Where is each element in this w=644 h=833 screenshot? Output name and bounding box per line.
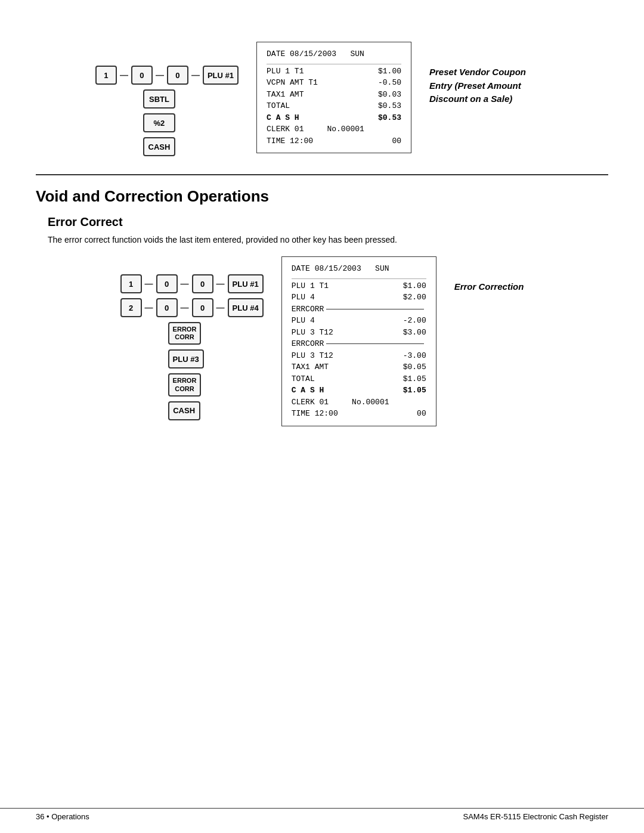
key-b-plu1[interactable]: PLU #1: [228, 274, 264, 293]
top-key-row-pct2: %2: [143, 113, 175, 132]
connector-b4: —: [145, 303, 153, 312]
receipt-bottom: DATE 08/15/2003 SUN PLU 1 T1$1.00 PLU 4$…: [281, 256, 436, 426]
connector-b2: —: [181, 279, 189, 289]
key-sbtl[interactable]: SBTL: [143, 89, 175, 109]
footer-right: SAM4s ER-5115 Electronic Cash Register: [463, 812, 609, 821]
top-key-row1: 1 — 0 — 0 — PLU #1: [95, 66, 239, 85]
connector-b5: —: [181, 303, 189, 312]
r2-tax1: TAX1 AMT$0.05: [292, 361, 426, 373]
key-1[interactable]: 1: [95, 66, 117, 85]
receipt-cash: C A S H$0.53: [267, 112, 401, 124]
key-b-0a[interactable]: 0: [156, 274, 178, 293]
r2-clerk: CLERK 01 No.00001: [292, 397, 426, 408]
key-errcorr1[interactable]: ERRORCORR: [168, 322, 202, 345]
key-b-2[interactable]: 2: [120, 298, 142, 317]
key-plu1[interactable]: PLU #1: [203, 66, 239, 85]
bottom-key-row-plu3: PLU #3: [168, 349, 204, 368]
key-cash-top[interactable]: CASH: [143, 137, 175, 156]
bottom-key-row-errcorr1: ERRORCORR: [168, 322, 202, 345]
connector-b6: —: [216, 303, 225, 312]
key-b-1[interactable]: 1: [120, 274, 142, 293]
key-cash-bottom[interactable]: CASH: [168, 401, 200, 420]
bottom-section: 1 — 0 — 0 — PLU #1 2 — 0 — 0 — PLU #4 ER…: [36, 256, 608, 426]
receipt-date: DATE 08/15/2003 SUN: [267, 48, 401, 60]
key-pct2[interactable]: %2: [143, 113, 175, 132]
key-b-0b[interactable]: 0: [192, 274, 213, 293]
footer-left: 36 • Operations: [36, 812, 89, 821]
r2-plu3t12a: PLU 3 T12$3.00: [292, 327, 426, 339]
key-b-plu4[interactable]: PLU #4: [228, 298, 264, 317]
section-desc: The error correct function voids the las…: [48, 235, 608, 244]
key-errcorr2[interactable]: ERRORCORR: [168, 373, 202, 396]
key-plu3[interactable]: PLU #3: [168, 349, 204, 368]
bottom-key-row1: 1 — 0 — 0 — PLU #1: [120, 274, 264, 293]
bottom-keypad: 1 — 0 — 0 — PLU #1 2 — 0 — 0 — PLU #4 ER…: [120, 274, 264, 420]
subsection-title: Error Correct: [48, 215, 608, 229]
r2-plu3t12b: PLU 3 T12-3.00: [292, 350, 426, 362]
top-key-row-sbtl: SBTL: [143, 89, 175, 109]
key-0a[interactable]: 0: [131, 66, 153, 85]
top-key-row-cash: CASH: [143, 137, 175, 156]
connector-b1: —: [145, 279, 153, 289]
key-0b[interactable]: 0: [167, 66, 188, 85]
r2-plu4a: PLU 4$2.00: [292, 292, 426, 304]
top-keypad: 1 — 0 — 0 — PLU #1 SBTL %2 CASH: [95, 66, 239, 156]
bottom-key-row-errcorr2: ERRORCORR: [168, 373, 202, 396]
footer: 36 • Operations SAM4s ER-5115 Electronic…: [0, 808, 644, 821]
receipt2-date: DATE 08/15/2003 SUN: [292, 263, 426, 275]
receipt-tax1: TAX1 AMT$0.03: [267, 89, 401, 101]
r2-errcorr2: ERRCORR: [292, 338, 426, 350]
receipt-plu1t1: PLU 1 T1$1.00: [267, 66, 401, 78]
key-b-0d[interactable]: 0: [192, 298, 213, 317]
receipt-total: TOTAL$0.53: [267, 100, 401, 112]
key-b-0c[interactable]: 0: [156, 298, 178, 317]
r2-total: TOTAL$1.05: [292, 373, 426, 385]
bottom-side-label: Error Correction: [454, 280, 524, 294]
receipt-top: DATE 08/15/2003 SUN PLU 1 T1$1.00 VCPN A…: [256, 42, 411, 153]
top-section: 1 — 0 — 0 — PLU #1 SBTL %2 CASH DATE 08/…: [36, 42, 608, 156]
connector3: —: [191, 70, 200, 80]
r2-errcorr1: ERRCORR: [292, 304, 426, 315]
section-divider: [36, 174, 608, 175]
bottom-key-row-cash: CASH: [168, 401, 200, 420]
receipt-clerk: CLERK 01 No.00001: [267, 123, 401, 135]
r2-cash: C A S H$1.05: [292, 385, 426, 397]
receipt-time: TIME 12:0000: [267, 135, 401, 147]
r2-plu1t1: PLU 1 T1$1.00: [292, 280, 426, 292]
connector2: —: [156, 70, 164, 80]
connector-b3: —: [216, 279, 225, 289]
bottom-key-row2: 2 — 0 — 0 — PLU #4: [120, 298, 264, 317]
receipt-vcpn: VCPN AMT T1-0.50: [267, 77, 401, 89]
r2-time: TIME 12:0000: [292, 408, 426, 420]
top-side-label: Preset Vendor Coupon Entry (Preset Amoun…: [429, 66, 549, 106]
connector1: —: [120, 70, 128, 80]
r2-plu4b: PLU 4-2.00: [292, 315, 426, 327]
section2-title: Void and Correction Operations: [36, 187, 608, 206]
